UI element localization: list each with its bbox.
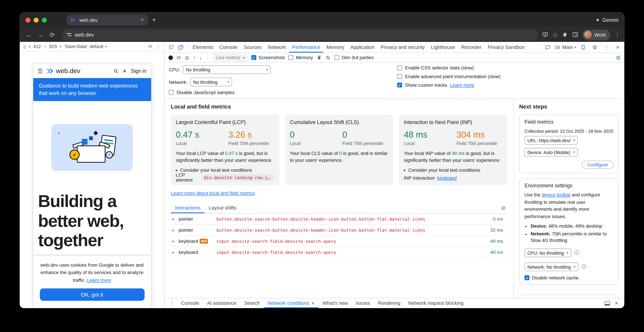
inspect-element-icon[interactable] [167,43,176,52]
tab-elements[interactable]: Elements [190,42,216,52]
tab-performance[interactable]: Performance [289,42,323,52]
interaction-row[interactable]: ▸ keyboard input.devsite-search-field.de… [171,247,507,258]
css-selector-stats-box[interactable] [397,65,402,70]
devtools-close-icon[interactable]: ✕ [613,43,622,52]
throttling-select[interactable]: 'Save-Data': default ▾ [64,44,107,49]
context-selector[interactable]: Main ▾ [562,44,576,50]
row-expand-caret-icon[interactable]: ▸ [172,217,176,221]
drawer-tab-network-request-blocking[interactable]: Network request blocking [404,298,467,308]
extensions-icon[interactable] [562,32,568,38]
drawer-menu-icon[interactable]: ⋮ [168,299,177,308]
tab-close-icon[interactable]: ✕ [140,17,144,23]
interaction-selector[interactable]: input.devsite-search-field.devsite-searc… [216,250,477,255]
field-metrics-learn-more-link[interactable]: Learn more about local and field metrics [171,191,255,196]
memory-checkbox[interactable]: Memory [288,55,313,60]
custom-tracks-learn-more-link[interactable]: Learn more [450,82,474,87]
forward-button[interactable]: → [35,30,46,40]
new-tab-button[interactable]: + [152,16,156,24]
disable-network-cache-checkbox[interactable]: ✓ Disable network cache [524,276,614,280]
device-mode-indicator-icon[interactable] [579,43,588,52]
issues-icon[interactable] [543,43,552,52]
inp-interaction-link[interactable]: keyboard [437,176,457,180]
drawer-tab-issues[interactable]: Issues [352,298,374,308]
sidebar-cpu-select[interactable]: CPU: No throttling ▾ [524,249,571,257]
interaction-selector[interactable]: button.devsite-search-button.devsite-hea… [216,228,477,232]
tab-lighthouse[interactable]: Lighthouse [428,42,458,52]
interaction-row[interactable]: ▸ pointer button.devsite-search-button.d… [171,225,507,236]
device-select-caret-icon[interactable]: ▾ [29,44,30,48]
interaction-row[interactable]: ▸ keyboard INP input.devsite-search-fiel… [171,236,507,247]
record-icon[interactable] [168,55,173,60]
paint-instrumentation-checkbox[interactable]: Enable advanced paint instrumentation (s… [397,74,500,79]
drawer-close-icon[interactable]: ✕ [612,299,621,308]
row-expand-caret-icon[interactable]: ▸ [172,250,176,254]
configure-button[interactable]: Configure [582,161,614,169]
tab-memory[interactable]: Memory [324,42,347,52]
tab-sources[interactable]: Sources [241,42,264,52]
theme-toggle-icon[interactable]: ☀ [122,68,127,74]
sidebar-network-select[interactable]: Network: No throttling ▾ [524,262,578,271]
custom-tracks-box[interactable]: ✓ [397,82,402,87]
record-and-reload-icon[interactable]: ⟳ [176,54,181,61]
drawer-tab-console[interactable]: Console [178,298,203,308]
field-device-select[interactable]: Device: Auto (Mobile) ▾ [524,148,578,156]
device-toolbar-toggle-icon[interactable] [176,43,185,52]
memory-checkbox-box[interactable] [288,55,294,60]
zoom-window-button[interactable] [42,18,47,22]
bookmark-star-icon[interactable]: ☆ [552,31,558,38]
interaction-row[interactable]: ▸ pointer button.devsite-search-button.d… [171,214,507,225]
rotate-icon[interactable]: ⟳ [149,44,152,49]
capture-settings-gear-icon[interactable]: ⚙ [616,54,621,61]
drawer-tab-close-icon[interactable]: ✕ [311,301,315,306]
cpu-info-icon[interactable]: ⓘ [574,250,579,256]
tab-layout-shifts[interactable]: Layout shifts [204,202,240,213]
interaction-selector[interactable]: input.devsite-search-field.devsite-searc… [216,239,477,244]
browser-menu-icon[interactable]: ⋮ [614,32,620,38]
drawer-tab-search[interactable]: Search [240,298,264,308]
row-expand-caret-icon[interactable]: ▸ [172,228,176,232]
install-icon[interactable] [542,32,548,38]
disable-js-samples-checkbox[interactable]: Disable JavaScript samples [169,90,397,95]
cookie-learn-more-link[interactable]: Learn more [87,278,111,282]
drawer-tab-rendering[interactable]: Rendering [374,298,404,308]
drawer-tab-network-conditions[interactable]: Network conditions ✕ [264,298,318,308]
sign-in-button[interactable]: Sign in [131,68,146,74]
cpu-throttling-select[interactable]: No throttling ▾ [183,65,271,74]
screenshots-checkbox-box[interactable]: ✓ [251,55,256,60]
capture-settings-sliders-icon[interactable] [325,55,331,60]
device-toolbar-link[interactable]: device toolbar [542,192,570,197]
devtools-settings-icon[interactable]: ⚙ [590,43,599,52]
address-bar[interactable]: web.dev [62,29,538,40]
site-settings-icon[interactable] [66,34,72,36]
disable-js-samples-box[interactable] [169,90,174,95]
paint-instrumentation-box[interactable] [397,74,402,79]
drawer-tab-ai-assistance[interactable]: AI assistance [203,298,240,308]
profile-chip[interactable]: Work [582,30,610,40]
network-info-icon[interactable]: ⓘ [582,264,586,270]
save-profile-icon[interactable]: ↑ [193,54,196,61]
tab-privacy-and-security[interactable]: Privacy and security [378,42,428,52]
close-window-button[interactable] [26,18,30,22]
record-shortcut-card[interactable]: Record ⌘ E [519,295,619,298]
inp-test-conditions-expander[interactable]: ▸ Consider your local test conditions [404,168,502,172]
clear-log-icon[interactable]: ⊘ [501,205,507,211]
lcp-test-conditions-expander[interactable]: ▸ Consider your local test conditions [176,168,274,172]
row-expand-caret-icon[interactable]: ▸ [172,239,176,243]
tab-console[interactable]: Console [216,42,240,52]
load-profile-icon[interactable]: ↓ [200,54,202,61]
network-throttling-select[interactable]: No throttling ▾ [190,78,232,86]
interaction-selector[interactable]: button.devsite-search-button.devsite-hea… [216,216,477,222]
site-logo[interactable]: web.dev [46,67,80,75]
back-button[interactable]: ← [24,30,34,40]
tab-recorder[interactable]: Recorder [458,42,484,52]
tab-application[interactable]: Application [348,42,378,52]
screenshots-checkbox[interactable]: ✓ Screenshots [251,55,285,60]
browser-tab[interactable]: web.dev ✕ [66,14,148,26]
dim-3rd-parties-checkbox[interactable]: Dim 3rd parties [334,55,374,60]
tab-network[interactable]: Network [265,42,289,52]
field-url-select[interactable]: URL: https://web.dev/ ▾ [524,136,578,145]
device-toolbar-menu-icon[interactable]: ⋮ [156,44,160,49]
cookie-accept-button[interactable]: OK, got it [40,288,144,301]
css-selector-stats-checkbox[interactable]: Enable CSS selector stats (slow) [397,65,500,70]
hamburger-menu-icon[interactable]: ☰ [38,68,43,74]
